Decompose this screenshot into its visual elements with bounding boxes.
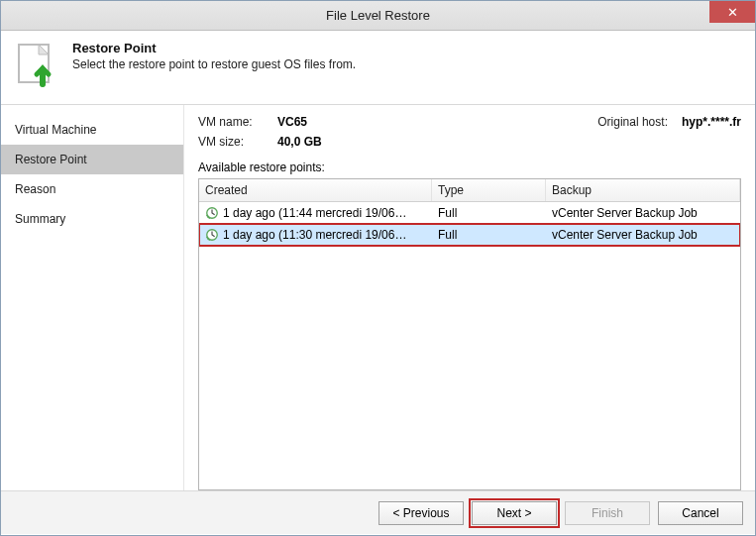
step-reason[interactable]: Reason [1, 174, 183, 204]
restore-point-icon [13, 41, 62, 90]
header-title: Restore Point [72, 41, 356, 55]
header-subtitle: Select the restore point to restore gues… [72, 57, 356, 71]
table-body: 1 day ago (11:44 mercredi 19/06… Full vC… [199, 202, 740, 489]
cell-created: 1 day ago (11:44 mercredi 19/06… [223, 206, 406, 220]
wizard-main: VM name: VC65 Original host: hyp*.****.f… [184, 105, 755, 490]
restore-point-clock-icon [205, 228, 219, 242]
restore-points-table: Created Type Backup 1 day ago (11:44 mer… [198, 178, 741, 490]
restore-point-clock-icon [205, 206, 219, 220]
table-row[interactable]: 1 day ago (11:44 mercredi 19/06… Full vC… [199, 202, 740, 224]
wizard-footer: < Previous Next > Finish Cancel [1, 490, 755, 534]
available-restore-points-label: Available restore points: [198, 161, 741, 174]
table-row[interactable]: 1 day ago (11:30 mercredi 19/06… Full vC… [199, 224, 740, 246]
next-button[interactable]: Next > [472, 501, 557, 525]
step-restore-point[interactable]: Restore Point [1, 145, 183, 174]
cell-created: 1 day ago (11:30 mercredi 19/06… [223, 228, 406, 242]
window-title: File Level Restore [326, 8, 430, 23]
step-virtual-machine[interactable]: Virtual Machine [1, 115, 183, 145]
original-host-value: hyp*.****.fr [682, 115, 741, 129]
original-host-label: Original host: [597, 115, 668, 129]
wizard-body: Virtual Machine Restore Point Reason Sum… [1, 105, 755, 490]
title-bar: File Level Restore ✕ [1, 1, 755, 31]
cell-type: Full [432, 226, 546, 244]
col-created[interactable]: Created [199, 179, 432, 201]
table-header: Created Type Backup [199, 179, 740, 202]
col-backup[interactable]: Backup [546, 179, 740, 201]
wizard-header: Restore Point Select the restore point t… [1, 31, 755, 105]
vm-size-label: VM size: [198, 135, 277, 149]
close-icon: ✕ [727, 6, 738, 19]
vm-name-value: VC65 [277, 115, 307, 129]
previous-button[interactable]: < Previous [378, 501, 464, 525]
vm-name-label: VM name: [198, 115, 277, 129]
cell-backup: vCenter Server Backup Job [546, 204, 740, 222]
cell-backup: vCenter Server Backup Job [546, 226, 740, 244]
finish-button: Finish [565, 501, 650, 525]
cell-type: Full [432, 204, 546, 222]
cancel-button[interactable]: Cancel [658, 501, 743, 525]
vm-size-value: 40,0 GB [277, 135, 322, 149]
close-button[interactable]: ✕ [709, 1, 755, 23]
step-summary[interactable]: Summary [1, 204, 183, 234]
wizard-sidebar: Virtual Machine Restore Point Reason Sum… [1, 105, 184, 490]
col-type[interactable]: Type [432, 179, 546, 201]
